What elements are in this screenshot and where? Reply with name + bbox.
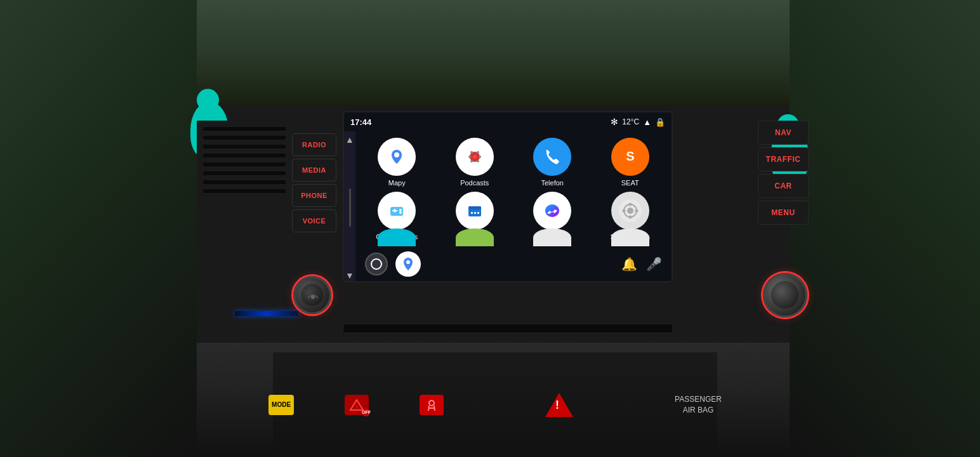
scroll-track xyxy=(349,189,351,227)
bg-right-panel xyxy=(790,0,980,457)
temperature-display: 12°C xyxy=(622,117,639,126)
svg-rect-22 xyxy=(471,212,473,214)
svg-point-10 xyxy=(477,160,479,162)
messenger-icon xyxy=(533,192,571,230)
cd-slot xyxy=(343,324,673,333)
led-strip xyxy=(235,311,298,316)
clock-display: 17:44 xyxy=(350,117,371,127)
scroll-bar: ▲ ▼ xyxy=(344,131,355,282)
partial-app-4 xyxy=(594,228,667,246)
app-phone[interactable]: Telefon xyxy=(516,138,589,187)
svg-rect-24 xyxy=(477,212,479,214)
right-knob-inner xyxy=(771,281,799,309)
svg-rect-16 xyxy=(392,210,397,211)
bg-top-panel xyxy=(197,0,790,105)
seat-icon: S xyxy=(611,138,649,176)
svg-point-34 xyxy=(371,259,381,269)
left-knob[interactable] xyxy=(293,276,331,314)
infotainment-screen: 17:44 ✻ 12°C ▲ 🔒 ▲ ▼ xyxy=(343,111,673,282)
svg-point-31 xyxy=(628,216,632,219)
airbag-section: PASSENGER AIR BAG xyxy=(675,394,722,416)
podcasts-icon xyxy=(456,138,494,176)
partial-app-1 xyxy=(361,228,434,246)
home-button[interactable] xyxy=(365,253,388,275)
app-maps[interactable]: Mapy xyxy=(361,138,434,187)
svg-point-33 xyxy=(635,209,638,213)
left-side-buttons: RADIO MEDIA PHONE VOICE xyxy=(292,133,336,232)
vent-grille xyxy=(197,121,292,286)
svg-point-8 xyxy=(477,151,479,154)
radio-button[interactable]: RADIO xyxy=(292,133,336,156)
svg-point-6 xyxy=(479,156,481,158)
seatbelt-indicator xyxy=(420,395,444,415)
calendar-icon xyxy=(456,192,494,230)
svg-point-7 xyxy=(470,151,473,154)
off-label: OFF xyxy=(362,410,371,414)
car-button[interactable]: CAR xyxy=(758,174,809,198)
svg-point-32 xyxy=(622,209,625,213)
triangle-warning-group: ! xyxy=(545,393,573,417)
svg-point-29 xyxy=(627,208,633,214)
svg-point-5 xyxy=(468,156,471,158)
notification-bell-icon[interactable]: 🔔 xyxy=(621,256,637,272)
voice-button[interactable]: VOICE xyxy=(292,209,336,232)
bg-left-panel xyxy=(0,0,197,457)
svg-point-9 xyxy=(470,160,473,162)
left-knob-inner xyxy=(301,284,324,307)
status-right-icons: ✻ 12°C ▲ 🔒 xyxy=(611,117,665,127)
car-interior-scene: RADIO MEDIA PHONE VOICE NAV TRAFFIC CAR … xyxy=(0,0,980,457)
battery-icon: 🔒 xyxy=(655,117,665,127)
seatbelt-warning-group xyxy=(420,395,444,415)
app-seat[interactable]: S SEAT xyxy=(594,138,667,187)
sun-icon: ✻ xyxy=(611,117,618,127)
podcasts-label: Podcasts xyxy=(460,179,489,187)
media-button[interactable]: MEDIA xyxy=(292,159,336,182)
right-knob[interactable] xyxy=(763,273,807,317)
bottom-right-icons: 🔔 🎤 xyxy=(621,256,662,272)
svg-point-38 xyxy=(429,401,434,406)
screen-bottom-bar: 🔔 🎤 xyxy=(355,246,672,281)
right-side-buttons: NAV TRAFFIC CAR MENU xyxy=(758,121,809,225)
mode-indicator: MODE xyxy=(268,395,294,415)
svg-text:S: S xyxy=(626,149,634,163)
maps-icon xyxy=(378,138,416,176)
mode-warning-group: MODE xyxy=(268,395,294,415)
svg-point-36 xyxy=(311,295,315,299)
svg-point-17 xyxy=(399,209,402,211)
status-bar: 17:44 ✻ 12°C ▲ 🔒 xyxy=(344,112,672,131)
partial-app-row xyxy=(355,228,672,246)
gamesnacks-icon xyxy=(378,192,416,230)
maps-label: Mapy xyxy=(388,179,406,187)
phone-label: Telefon xyxy=(541,179,564,187)
nav-button[interactable]: NAV xyxy=(758,121,809,145)
partial-app-3 xyxy=(516,228,589,246)
maps-shortcut-button[interactable] xyxy=(395,251,421,277)
svg-point-35 xyxy=(406,260,410,264)
microphone-icon[interactable]: 🎤 xyxy=(646,256,662,272)
svg-rect-21 xyxy=(468,206,481,209)
partial-app-2 xyxy=(439,228,512,246)
triangle-warning-icon: ! xyxy=(545,393,573,417)
app-podcasts[interactable]: Podcasts xyxy=(439,138,512,187)
bottom-warning-panel: MODE ! OFF xyxy=(273,352,717,457)
airbag-label: PASSENGER AIR BAG xyxy=(675,394,722,416)
seat-label: SEAT xyxy=(621,179,639,187)
mode-label: MODE xyxy=(272,401,291,408)
svg-text:!: ! xyxy=(356,404,357,410)
menu-button[interactable]: MENU xyxy=(758,201,809,225)
scroll-up-arrow[interactable]: ▲ xyxy=(345,135,354,145)
svg-rect-23 xyxy=(474,212,476,214)
phone-icon xyxy=(533,138,571,176)
phone-button[interactable]: PHONE xyxy=(292,184,336,207)
svg-point-30 xyxy=(628,203,632,206)
smartthings-icon xyxy=(611,192,649,230)
traffic-button[interactable]: TRAFFIC xyxy=(758,147,809,171)
scroll-down-arrow[interactable]: ▼ xyxy=(345,270,354,281)
svg-point-1 xyxy=(394,152,399,157)
signal-icon: ▲ xyxy=(643,117,651,127)
off-warning-group: ! OFF xyxy=(345,395,369,415)
svg-point-4 xyxy=(473,155,477,159)
bottom-nav-icons xyxy=(365,251,421,277)
off-indicator: ! OFF xyxy=(345,395,369,415)
svg-point-18 xyxy=(399,211,402,214)
